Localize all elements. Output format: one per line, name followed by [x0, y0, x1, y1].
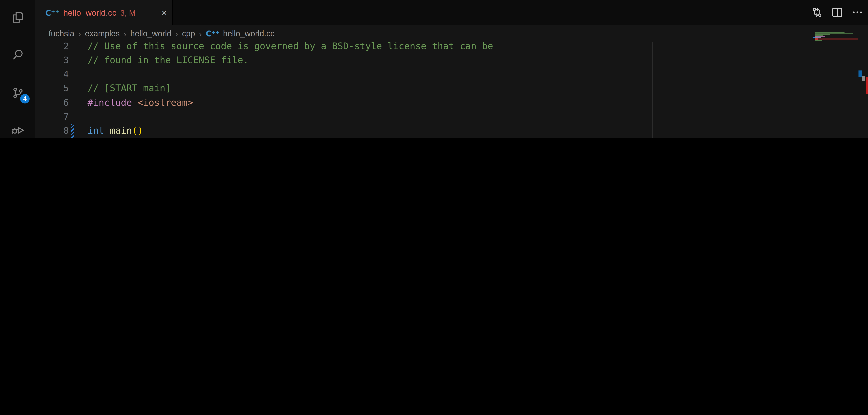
output-log: -Wno-missing-field-initializers -Wno-ext…	[0, 0, 868, 138]
vscode-window: 4	[0, 0, 868, 138]
